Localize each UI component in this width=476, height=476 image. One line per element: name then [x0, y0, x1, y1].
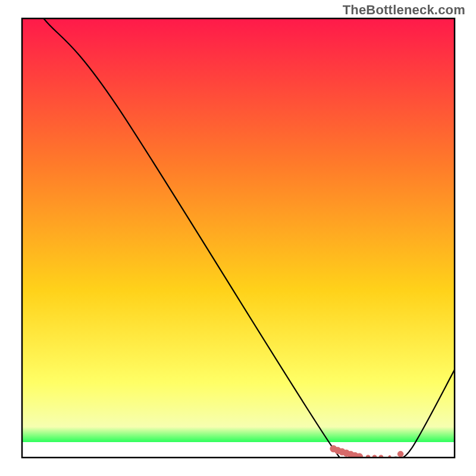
chart-stage: TheBottleneck.com	[0, 0, 476, 476]
optimal-marker	[397, 451, 403, 457]
optimal-marker	[356, 453, 362, 460]
heat-gradient-background	[22, 18, 455, 458]
bottleneck-chart	[0, 0, 476, 476]
